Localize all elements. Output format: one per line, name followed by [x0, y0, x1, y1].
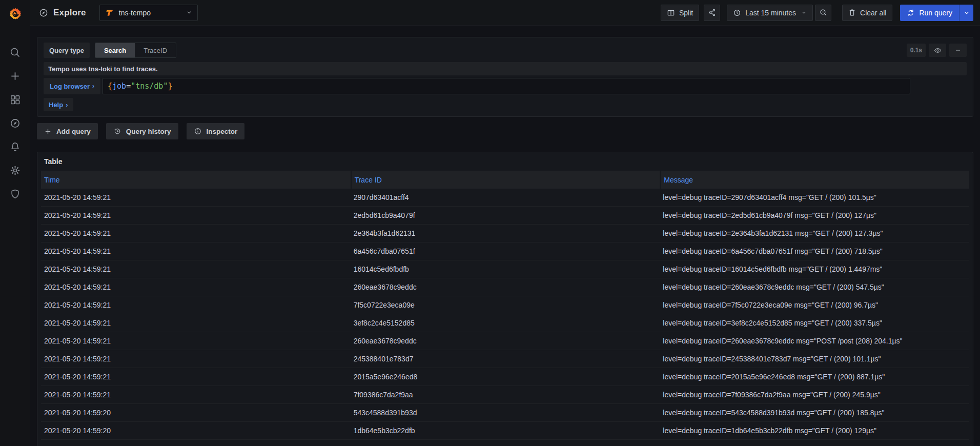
- sidebar-item-server-admin[interactable]: [4, 188, 27, 200]
- table-cell: 2021-05-20 14:59:21: [41, 242, 351, 260]
- table-panel: Table TimeTrace IDMessage 2021-05-20 14:…: [37, 152, 973, 446]
- datasource-name: tns-tempo: [119, 9, 151, 17]
- plus-icon: [44, 128, 52, 135]
- table-cell: 260eae3678c9eddc: [351, 278, 660, 296]
- history-icon: [113, 127, 121, 135]
- time-range-picker[interactable]: Last 15 minutes: [727, 5, 813, 21]
- table-cell: 2021-05-20 14:59:21: [41, 260, 351, 278]
- table-cell: 16014c5ed6fbdfb: [351, 260, 660, 278]
- table-row: 2021-05-20 14:59:21245388401e783d7level=…: [41, 350, 969, 368]
- table-cell: 3ef8c2c4e5152d85: [351, 314, 660, 332]
- sidebar-item-search[interactable]: [4, 46, 27, 58]
- chevron-down-icon: [964, 10, 970, 16]
- split-label: Split: [679, 9, 693, 17]
- chevron-down-icon: [801, 9, 807, 17]
- add-query-label: Add query: [56, 128, 91, 135]
- table-cell: level=debug traceID=7f09386c7da2f9aa msg…: [660, 386, 969, 403]
- table-cell: 2021-05-20 14:59:21: [41, 225, 351, 242]
- query-collapse-button[interactable]: [949, 44, 967, 57]
- time-range-label: Last 15 minutes: [745, 9, 796, 17]
- table-row: 2021-05-20 14:59:212907d63401acff4level=…: [41, 189, 969, 207]
- sidebar-item-configuration[interactable]: [4, 164, 27, 176]
- table-header-row: TimeTrace IDMessage: [41, 171, 969, 189]
- sync-icon: [907, 9, 915, 17]
- table-row: 2021-05-20 14:59:212ed5d61cb9a4079flevel…: [41, 207, 969, 225]
- sidebar-item-alerting[interactable]: [4, 140, 27, 153]
- split-button[interactable]: Split: [661, 5, 699, 21]
- table-row: 2021-05-20 14:59:212e364b3fa1d62131level…: [41, 225, 969, 242]
- table-cell: 7f09386c7da2f9aa: [351, 386, 660, 403]
- table-column-header[interactable]: Time: [41, 171, 351, 189]
- run-query-button[interactable]: Run query: [900, 5, 959, 21]
- zoom-out-button[interactable]: [815, 5, 831, 21]
- code-token-label-key: job: [112, 82, 126, 91]
- run-query-dropdown-button[interactable]: [959, 5, 973, 21]
- clock-icon: [733, 9, 741, 17]
- add-query-button[interactable]: Add query: [37, 123, 98, 139]
- query-history-button[interactable]: Query history: [106, 123, 178, 139]
- table-cell: level=debug traceID=1db64e5b3cb22dfb msg…: [660, 422, 969, 439]
- clear-all-label: Clear all: [860, 9, 886, 17]
- table-cell: level=debug traceID=7f5c0722e3eca09e msg…: [660, 296, 969, 314]
- code-token-open-brace: {: [108, 82, 112, 91]
- table-column-header[interactable]: Trace ID: [351, 171, 660, 189]
- page-title-text: Explore: [53, 8, 86, 18]
- log-browser-button[interactable]: Log browser ›: [44, 78, 100, 94]
- table-row: 2021-05-20 14:59:217f5c0722e3eca09elevel…: [41, 296, 969, 314]
- help-label: Help: [49, 101, 63, 109]
- split-icon: [667, 9, 675, 17]
- sidebar-item-explore[interactable]: [4, 117, 27, 129]
- table-cell: level=debug traceID=543c4588d391b93d msg…: [660, 404, 969, 421]
- table-row: 2021-05-20 14:59:216a456c7dba07651flevel…: [41, 242, 969, 260]
- sidebar: [0, 0, 30, 446]
- table-cell: 260eae3678c9eddc: [351, 332, 660, 350]
- table-cell: 2021-05-20 14:59:21: [41, 314, 351, 332]
- inspector-label: Inspector: [207, 128, 238, 135]
- query-input[interactable]: {job="tns/db"}: [103, 78, 910, 94]
- table-cell: 245388401e783d7: [351, 350, 660, 368]
- info-circle-icon: [194, 127, 202, 135]
- table-cell: level=debug traceID=2ed5d61cb9a4079f msg…: [660, 207, 969, 224]
- grafana-flame-icon: [7, 5, 24, 22]
- table-cell: 2021-05-20 14:59:21: [41, 296, 351, 314]
- grafana-logo[interactable]: [0, 0, 30, 27]
- sidebar-menu: [4, 46, 27, 200]
- eye-icon: [933, 46, 942, 55]
- tab-search[interactable]: Search: [95, 43, 135, 57]
- query-visibility-button[interactable]: [929, 44, 946, 57]
- table-row: 2021-05-20 14:59:213ef8c2c4e5152d85level…: [41, 314, 969, 332]
- table-cell: 2e364b3fa1d62131: [351, 225, 660, 242]
- inspector-button[interactable]: Inspector: [187, 123, 245, 139]
- table-cell: level=debug traceID=260eae3678c9eddc msg…: [660, 332, 969, 350]
- log-browser-label: Log browser: [50, 83, 90, 90]
- run-query-label: Run query: [919, 9, 952, 17]
- results-table: TimeTrace IDMessage 2021-05-20 14:59:212…: [41, 171, 969, 446]
- table-body: 2021-05-20 14:59:212907d63401acff4level=…: [41, 189, 969, 440]
- compass-icon: [9, 117, 21, 129]
- table-cell: 2021-05-20 14:59:21: [41, 350, 351, 368]
- trash-icon: [848, 9, 856, 16]
- clear-all-button[interactable]: Clear all: [842, 5, 892, 21]
- table-cell: level=debug traceID=2015a5e96e246ed8 msg…: [660, 368, 969, 386]
- chevron-down-icon: [186, 9, 192, 17]
- shield-icon: [9, 188, 21, 200]
- page-title: Explore: [38, 8, 86, 18]
- tab-traceid[interactable]: TraceID: [135, 43, 176, 57]
- table-cell: 7f5c0722e3eca09e: [351, 296, 660, 314]
- chevron-right-icon: ›: [92, 83, 94, 90]
- sidebar-item-dashboards[interactable]: [4, 93, 27, 106]
- help-button[interactable]: Help ›: [44, 98, 73, 111]
- datasource-picker[interactable]: tns-tempo: [99, 5, 198, 21]
- share-button[interactable]: [704, 5, 720, 21]
- sidebar-item-create[interactable]: [4, 70, 27, 82]
- search-icon: [9, 47, 21, 58]
- query-type-label: Query type: [44, 43, 90, 58]
- table-cell: level=debug traceID=2907d63401acff4 msg=…: [660, 189, 969, 206]
- table-column-header[interactable]: Message: [660, 171, 969, 189]
- bell-icon: [9, 141, 21, 153]
- code-token-equals: =: [126, 82, 131, 91]
- share-icon: [708, 8, 717, 17]
- table-row: 2021-05-20 14:59:21260eae3678c9eddclevel…: [41, 332, 969, 350]
- table-cell: 543c4588d391b93d: [351, 404, 660, 421]
- table-row: 2021-05-20 14:59:2116014c5ed6fbdfblevel=…: [41, 260, 969, 278]
